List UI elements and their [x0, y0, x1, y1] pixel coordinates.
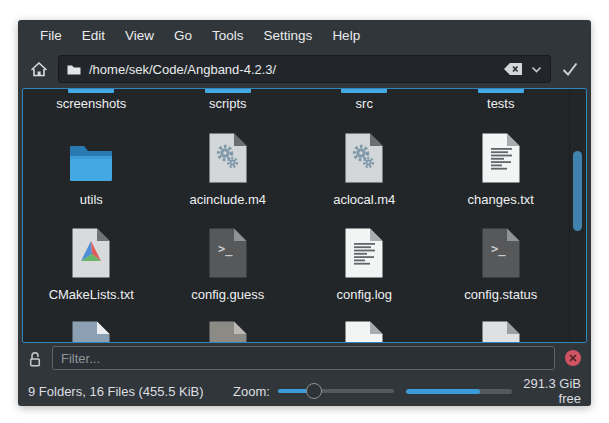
file-icon — [209, 133, 247, 183]
filter-bar — [18, 344, 591, 372]
disk-capacity-bar — [406, 389, 512, 394]
menu-item-view[interactable]: View — [115, 26, 164, 45]
home-button[interactable] — [26, 56, 52, 82]
location-dropdown-button[interactable] — [531, 66, 542, 73]
status-bar: 9 Folders, 16 Files (455.5 KiB) Zoom: 29… — [18, 376, 591, 406]
location-bar[interactable]: /home/sek/Code/Angband-4.2.3/ — [58, 55, 551, 83]
file-dialog-window: FileEditViewGoToolsSettingsHelp /home/se… — [18, 20, 591, 406]
folder-file-summary: 9 Folders, 16 Files (455.5 KiB) — [28, 384, 233, 399]
file-icon: >_ — [209, 228, 247, 278]
file-item-label: config.log — [336, 287, 392, 302]
file-item-scripts[interactable]: scripts — [160, 89, 297, 111]
location-path[interactable]: /home/sek/Code/Angband-4.2.3/ — [89, 62, 495, 77]
file-item-label: src — [356, 96, 373, 111]
menu-item-edit[interactable]: Edit — [72, 26, 115, 45]
file-item-partial — [160, 321, 297, 342]
folder-icon — [205, 89, 251, 93]
folder-icon — [341, 89, 387, 93]
backspace-clear-icon — [503, 62, 523, 76]
file-item-cmakelists-txt[interactable]: CMakeLists.txt — [23, 226, 160, 302]
file-item-utils[interactable]: utils — [23, 131, 160, 207]
file-item-config-status[interactable]: >_config.status — [433, 226, 570, 302]
menu-item-settings[interactable]: Settings — [254, 26, 323, 45]
file-item-tests[interactable]: tests — [433, 89, 570, 111]
svg-text:>_: >_ — [218, 242, 233, 257]
file-item-label: screenshots — [56, 96, 126, 111]
file-item-label: config.guess — [191, 287, 264, 302]
file-grid-row: CMakeLists.txt >_config.guess config.log… — [23, 226, 569, 302]
zoom-slider-handle[interactable] — [306, 383, 322, 399]
file-item-label: tests — [487, 96, 514, 111]
file-icon — [345, 133, 383, 183]
file-item-src[interactable]: src — [296, 89, 433, 111]
close-filter-icon — [569, 354, 577, 362]
file-item-acinclude-m4[interactable]: acinclude.m4 — [160, 131, 297, 207]
file-icon — [345, 228, 383, 278]
folder-icon — [68, 89, 114, 93]
menu-item-file[interactable]: File — [30, 26, 72, 45]
file-item-label: changes.txt — [468, 192, 535, 207]
confirm-path-button[interactable] — [557, 56, 583, 82]
menu-item-help[interactable]: Help — [322, 26, 370, 45]
file-item-label: aclocal.m4 — [333, 192, 395, 207]
file-icon — [72, 228, 110, 278]
file-item-changes-txt[interactable]: changes.txt — [433, 131, 570, 207]
file-item-partial — [296, 321, 433, 342]
file-item-config-guess[interactable]: >_config.guess — [160, 226, 297, 302]
zoom-label: Zoom: — [233, 384, 270, 399]
folder-small-icon — [67, 64, 81, 75]
file-item-label: CMakeLists.txt — [49, 287, 134, 302]
checkmark-icon — [561, 61, 579, 77]
file-item-partial — [23, 321, 160, 342]
toolbar: /home/sek/Code/Angband-4.2.3/ — [18, 50, 591, 88]
file-grid-row — [23, 321, 569, 342]
file-icon — [482, 133, 520, 183]
file-grid: screenshotsscriptssrctests utils acinclu… — [23, 89, 569, 342]
file-icon — [345, 321, 383, 342]
file-item-label: config.status — [464, 287, 537, 302]
chevron-down-icon — [531, 66, 542, 73]
scrollbar-thumb[interactable] — [573, 151, 582, 231]
file-item-config-log[interactable]: config.log — [296, 226, 433, 302]
filter-input[interactable] — [52, 346, 555, 370]
menu-item-tools[interactable]: Tools — [202, 26, 254, 45]
file-item-label: acinclude.m4 — [189, 192, 266, 207]
folder-icon — [68, 143, 114, 183]
close-filter-button[interactable] — [565, 350, 581, 366]
file-grid-row: utils acinclude.m4 aclocal.m4 changes.tx… — [23, 131, 569, 207]
disk-capacity-fill — [406, 389, 480, 394]
folder-icon — [478, 89, 524, 93]
vertical-scrollbar[interactable] — [569, 89, 586, 342]
menu-bar: FileEditViewGoToolsSettingsHelp — [18, 20, 591, 50]
file-item-label: utils — [80, 192, 103, 207]
file-item-screenshots[interactable]: screenshots — [23, 89, 160, 111]
lock-open-icon[interactable] — [28, 350, 42, 367]
file-item-label: scripts — [209, 96, 247, 111]
file-item-partial — [433, 321, 570, 342]
file-icon — [209, 321, 247, 342]
file-icon — [72, 321, 110, 342]
menu-item-go[interactable]: Go — [164, 26, 202, 45]
file-item-aclocal-m4[interactable]: aclocal.m4 — [296, 131, 433, 207]
clear-text-button[interactable] — [503, 62, 523, 76]
free-space-text: 291.3 GiB free — [512, 376, 581, 406]
svg-text:>_: >_ — [491, 242, 506, 257]
file-view[interactable]: screenshotsscriptssrctests utils acinclu… — [22, 88, 587, 343]
home-icon — [30, 61, 48, 78]
zoom-slider[interactable] — [278, 383, 394, 399]
file-grid-row: screenshotsscriptssrctests — [23, 89, 569, 111]
file-icon: >_ — [482, 228, 520, 278]
file-icon — [482, 321, 520, 342]
